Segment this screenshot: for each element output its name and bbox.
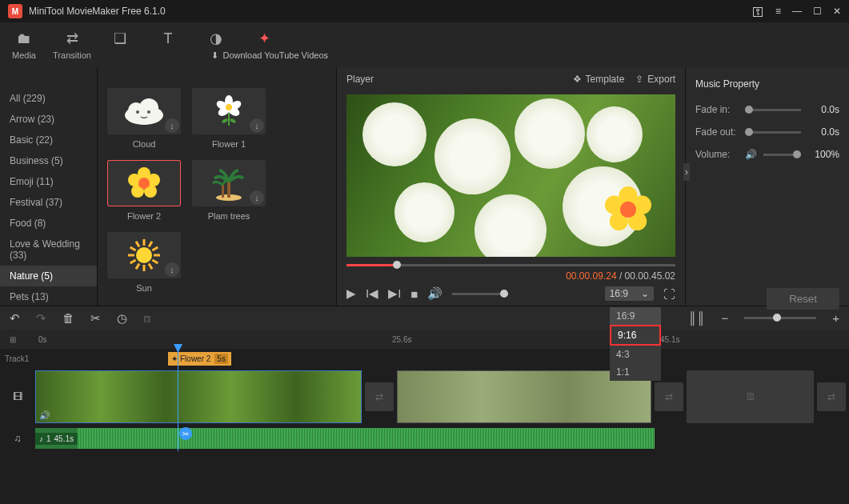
category-item[interactable]: Food (8) bbox=[0, 213, 97, 234]
timeline-ruler[interactable]: ⊞ 0s 25.6s 45.1s bbox=[0, 330, 849, 349]
transition-slot-2[interactable]: ⇄ bbox=[655, 382, 683, 411]
category-item[interactable]: Nature (5) bbox=[0, 266, 97, 286]
transition-slot-3[interactable]: ⇄ bbox=[817, 382, 846, 411]
elements-panel: ↓Cloud↓Flower 1Flower 2↓Plam trees↓Sun bbox=[98, 67, 336, 306]
playhead[interactable] bbox=[178, 349, 178, 451]
element-card[interactable]: ↓Plam trees bbox=[192, 160, 266, 221]
zoom-slider[interactable] bbox=[744, 317, 816, 319]
chevron-down-icon: ⌄ bbox=[641, 288, 649, 299]
split-icon[interactable]: ✂ bbox=[90, 311, 101, 326]
delete-icon[interactable]: 🗑 bbox=[62, 311, 74, 325]
svg-line-26 bbox=[149, 263, 152, 269]
player-title: Player bbox=[346, 74, 374, 85]
template-icon: ❖ bbox=[573, 74, 582, 85]
zoom-out-icon[interactable]: − bbox=[721, 311, 728, 325]
download-youtube-link[interactable]: ⬇ Download YouTube Videos bbox=[98, 45, 336, 66]
download-badge-icon[interactable]: ↓ bbox=[165, 118, 179, 133]
tab-transition[interactable]: ⇄Transition bbox=[48, 22, 96, 67]
transition-slot-1[interactable]: ⇄ bbox=[365, 382, 394, 411]
tab-media[interactable]: 🖿Media bbox=[0, 22, 48, 67]
download-badge-icon[interactable]: ↓ bbox=[250, 118, 264, 133]
element-card[interactable]: Flower 2 bbox=[107, 160, 181, 221]
zoom-in-icon[interactable]: + bbox=[832, 311, 839, 325]
svg-line-29 bbox=[130, 260, 136, 263]
svg-point-10 bbox=[226, 104, 232, 110]
redo-icon[interactable]: ↷ bbox=[36, 311, 46, 326]
stop-icon[interactable]: ■ bbox=[410, 287, 418, 301]
audio-clip[interactable]: ♪145.1s bbox=[35, 428, 655, 449]
play-icon[interactable]: ▶ bbox=[346, 286, 356, 301]
svg-line-25 bbox=[152, 260, 158, 263]
svg-line-28 bbox=[136, 263, 139, 269]
element-card[interactable]: ↓Sun bbox=[107, 232, 181, 293]
svg-point-2 bbox=[139, 98, 158, 118]
aspect-opt-9-16[interactable]: 9:16 bbox=[610, 325, 661, 346]
element-thumb: ↓ bbox=[107, 232, 181, 278]
next-icon[interactable]: ▶I bbox=[388, 286, 401, 301]
swap-icon: ⇄ bbox=[66, 30, 78, 47]
aspect-ratio-select[interactable]: 16:9⌄ bbox=[605, 286, 654, 301]
template-button[interactable]: ❖Template bbox=[573, 74, 625, 85]
video-clip-1[interactable]: 🔊 bbox=[35, 370, 362, 423]
prev-icon[interactable]: I◀ bbox=[366, 286, 378, 301]
close-icon[interactable]: ✕ bbox=[833, 6, 841, 17]
fadein-label: Fade in: bbox=[695, 104, 739, 115]
fadeout-slider[interactable] bbox=[745, 131, 801, 134]
fit-icon[interactable]: ║║ bbox=[688, 311, 705, 325]
category-item[interactable]: Business (5) bbox=[0, 150, 97, 171]
menu-icon[interactable]: ≡ bbox=[775, 6, 781, 17]
svg-line-35 bbox=[152, 247, 158, 250]
volume-slider-prop[interactable] bbox=[763, 154, 801, 156]
element-card[interactable]: ↓Cloud bbox=[107, 88, 181, 149]
element-card[interactable]: ↓Flower 1 bbox=[192, 88, 266, 149]
fadein-slider[interactable] bbox=[745, 109, 801, 111]
category-item[interactable]: All (229) bbox=[0, 88, 97, 109]
aspect-opt-4-3[interactable]: 4:3 bbox=[610, 346, 661, 363]
empty-clip-slot[interactable]: 🖻 bbox=[687, 370, 814, 423]
volume-value: 100% bbox=[807, 149, 839, 160]
speed-icon[interactable]: ◷ bbox=[117, 311, 127, 326]
export-button[interactable]: ⇪Export bbox=[635, 74, 675, 85]
download-badge-icon[interactable]: ↓ bbox=[250, 190, 264, 205]
category-sidebar: All (229)Arrow (23)Basic (22)Business (5… bbox=[0, 67, 98, 306]
category-item[interactable]: Basic (22) bbox=[0, 130, 97, 150]
category-item[interactable]: Pets (13) bbox=[0, 286, 97, 306]
svg-point-41 bbox=[620, 202, 636, 218]
svg-rect-22 bbox=[222, 185, 224, 198]
crop-icon[interactable]: ⧈ bbox=[143, 311, 151, 326]
collapse-right-icon[interactable]: › bbox=[683, 163, 690, 181]
app-icon: M bbox=[8, 4, 22, 18]
aspect-opt-16-9[interactable]: 16:9 bbox=[610, 307, 661, 325]
category-item[interactable]: Emoji (11) bbox=[0, 171, 97, 192]
download-badge-icon[interactable]: ↓ bbox=[165, 262, 179, 277]
reset-button[interactable]: Reset bbox=[767, 288, 839, 310]
category-item[interactable]: Love & Wedding (33) bbox=[0, 234, 97, 266]
element-thumb: ↓ bbox=[192, 88, 266, 134]
fullscreen-icon[interactable]: ⛶ bbox=[663, 287, 675, 301]
element-label: Plam trees bbox=[208, 211, 250, 221]
sparkle-icon: ✦ bbox=[171, 354, 178, 363]
svg-line-32 bbox=[136, 242, 139, 247]
progress-slider[interactable] bbox=[346, 262, 675, 269]
props-title: Music Property bbox=[695, 75, 839, 93]
export-icon: ⇪ bbox=[635, 74, 643, 85]
maximize-icon[interactable]: ☐ bbox=[813, 6, 822, 17]
category-item[interactable]: Arrow (23) bbox=[0, 109, 97, 130]
audio-track-icon: ♫ bbox=[14, 433, 22, 444]
split-marker-icon[interactable]: ✂ bbox=[179, 427, 192, 440]
volume-slider[interactable] bbox=[452, 293, 508, 295]
svg-point-12 bbox=[222, 118, 229, 123]
current-time: 00.00.09.24 bbox=[566, 270, 616, 282]
volume-icon[interactable]: 🔊 bbox=[427, 286, 443, 301]
undo-icon[interactable]: ↶ bbox=[10, 311, 20, 326]
total-time: 00.00.45.02 bbox=[625, 270, 675, 282]
add-track-icon[interactable]: ⊞ bbox=[10, 335, 16, 344]
minimize-icon[interactable]: — bbox=[792, 6, 802, 17]
category-item[interactable]: Festival (37) bbox=[0, 192, 97, 213]
speaker-icon[interactable]: 🔊 bbox=[745, 149, 757, 160]
video-track-icon: 🎞 bbox=[13, 391, 22, 402]
key-icon[interactable]: ⚿ bbox=[752, 5, 764, 18]
music-icon: ♪ bbox=[39, 434, 43, 443]
element-label: Cloud bbox=[133, 139, 156, 149]
aspect-opt-1-1[interactable]: 1:1 bbox=[610, 363, 661, 381]
